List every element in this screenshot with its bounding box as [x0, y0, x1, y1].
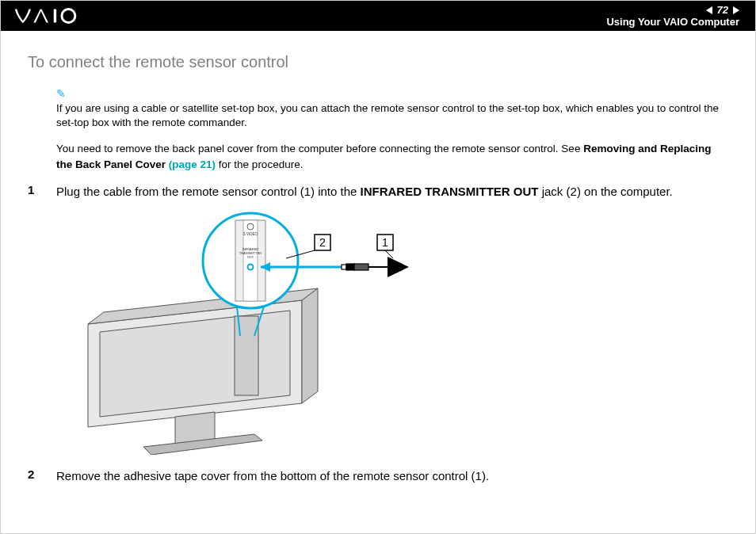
next-page-arrow[interactable]	[733, 6, 739, 14]
note2-after: for the procedure.	[216, 158, 303, 170]
callout-label-1: 1	[382, 236, 388, 249]
svg-marker-16	[388, 257, 409, 277]
svg-rect-14	[354, 264, 368, 270]
svg-point-9	[248, 264, 254, 269]
section-title: Using Your VAIO Computer	[606, 16, 739, 28]
section-heading: To connect the remote sensor control	[28, 53, 728, 71]
svg-rect-2	[235, 316, 258, 395]
step-2-text: Remove the adhesive tape cover from the …	[56, 467, 489, 484]
page-number: 72	[717, 4, 728, 16]
step-2: 2 Remove the adhesive tape cover from th…	[28, 467, 728, 484]
svg-point-1	[62, 10, 75, 23]
svideo-label: S VIDEO	[243, 232, 258, 236]
page-content: To connect the remote sensor control ✎ I…	[1, 31, 755, 484]
note2-before: You need to remove the back panel cover …	[56, 143, 583, 154]
step-1: 1 Plug the cable from the remote sensor …	[28, 183, 728, 200]
header-right: 72 Using Your VAIO Computer	[606, 4, 739, 28]
step-1-number: 1	[28, 183, 56, 200]
ir-label-3: OUT	[247, 255, 254, 259]
step-1-after: jack (2) on the computer.	[539, 185, 673, 198]
note-block-2: You need to remove the back panel cover …	[56, 141, 728, 171]
instruction-figure: S VIDEO INFRARED TRANSMITTER OUT 2	[56, 209, 728, 455]
page-link-21[interactable]: (page 21)	[169, 158, 216, 170]
pencil-icon: ✎	[56, 87, 728, 100]
svg-rect-13	[346, 264, 354, 270]
svg-rect-12	[342, 265, 346, 269]
step-1-bold: INFRARED TRANSMITTER OUT	[361, 185, 539, 198]
svg-rect-0	[54, 10, 56, 23]
svg-line-20	[385, 250, 393, 258]
step-1-before: Plug the cable from the remote sensor co…	[56, 185, 361, 198]
callout-label-2: 2	[319, 236, 326, 249]
note-block-1: ✎ If you are using a cable or satellite …	[56, 87, 728, 130]
note-text-1: If you are using a cable or satellite se…	[56, 101, 728, 130]
page-header: 72 Using Your VAIO Computer	[1, 1, 755, 31]
step-2-number: 2	[28, 467, 56, 484]
vaio-logo	[13, 7, 94, 25]
prev-page-arrow[interactable]	[706, 6, 712, 14]
